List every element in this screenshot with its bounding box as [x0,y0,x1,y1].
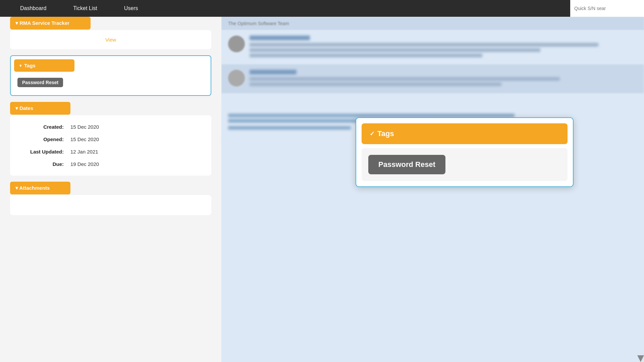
dates-body: Created: 15 Dec 2020 Opened: 15 Dec 2020… [10,115,211,176]
nav-users[interactable]: Users [111,0,152,17]
zoom-password-reset-tag[interactable]: Password Reset [368,155,445,174]
msg-line-2 [250,48,540,52]
zoom-popup: ✓ Tags Password Reset [356,117,574,187]
tags-chevron-icon: ▾ [19,63,21,68]
tags-section-header[interactable]: ▾ Tags [14,59,74,72]
rma-header-label: ▾ RMA Service Tracker [15,20,69,26]
zoom-tags-header[interactable]: ✓ Tags [362,123,568,144]
sender-name-1 [250,36,310,40]
left-panel: ▾ RMA Service Tracker View ▾ Tags Passwo… [0,17,221,362]
date-row-created: Created: 15 Dec 2020 [17,121,205,133]
message-row-1 [221,30,644,64]
zoom-popup-body: Password Reset [362,148,568,181]
avatar-1 [228,36,245,52]
date-label-last-updated: Last Updated: [17,149,70,155]
right-top-bar: The Optimum Software Team [221,17,644,30]
rma-section-header[interactable]: ▾ RMA Service Tracker [10,17,91,29]
date-label-opened: Opened: [17,136,70,142]
scroll-down-icon[interactable] [637,355,644,362]
main-layout: ▾ RMA Service Tracker View ▾ Tags Passwo… [0,17,644,362]
message-content-2 [250,70,637,88]
nav-ticket-list[interactable]: Ticket List [60,0,110,17]
quick-search-container [570,0,644,17]
date-label-due: Due: [17,161,70,167]
nav-dashboard[interactable]: Dashboard [7,0,60,17]
dates-section-header[interactable]: ▾ Dates [10,102,70,115]
attachments-section: ▾ Attachments [10,182,211,215]
date-row-due: Due: 19 Dec 2020 [17,158,205,170]
date-row-opened: Opened: 15 Dec 2020 [17,133,205,145]
msg-line-5 [250,82,501,86]
msg-line-1 [250,43,598,47]
right-panel: The Optimum Software Team [221,17,644,362]
date-value-last-updated: 12 Jan 2021 [70,149,98,155]
date-row-last-updated: Last Updated: 12 Jan 2021 [17,145,205,158]
zoom-tags-label: Tags [377,129,394,138]
tags-section: ▾ Tags Password Reset [10,55,211,96]
attachments-header-label: ▾ Attachments [15,185,50,191]
password-reset-tag[interactable]: Password Reset [17,78,63,87]
msg-line-4 [250,77,560,81]
rma-section: ▾ RMA Service Tracker View [10,17,211,49]
date-value-opened: 15 Dec 2020 [70,136,99,142]
sender-name-2 [250,70,297,74]
message-row-2 [221,64,644,93]
date-value-created: 15 Dec 2020 [70,124,99,130]
right-top-text: The Optimum Software Team [228,21,289,26]
attachments-body [10,195,211,215]
message-content-1 [250,36,637,59]
quick-search-input[interactable] [570,0,644,17]
dates-header-label: ▾ Dates [15,105,33,111]
date-label-created: Created: [17,124,70,130]
dates-section: ▾ Dates Created: 15 Dec 2020 Opened: 15 … [10,102,211,176]
attachments-section-header[interactable]: ▾ Attachments [10,182,70,194]
tags-header-label: Tags [24,63,36,68]
avatar-2 [228,70,245,86]
zoom-chevron-icon: ✓ [370,130,375,137]
top-navigation: Dashboard Ticket List Users [0,0,644,17]
tags-body: Password Reset [14,74,207,92]
date-value-due: 19 Dec 2020 [70,161,99,167]
rma-section-body: View [10,30,211,49]
msg-line-3 [250,54,482,57]
rma-view-link[interactable]: View [15,35,206,45]
msg-line-8 [228,126,351,130]
right-panel-content: The Optimum Software Team [221,17,644,362]
msg-line-6 [228,114,515,117]
